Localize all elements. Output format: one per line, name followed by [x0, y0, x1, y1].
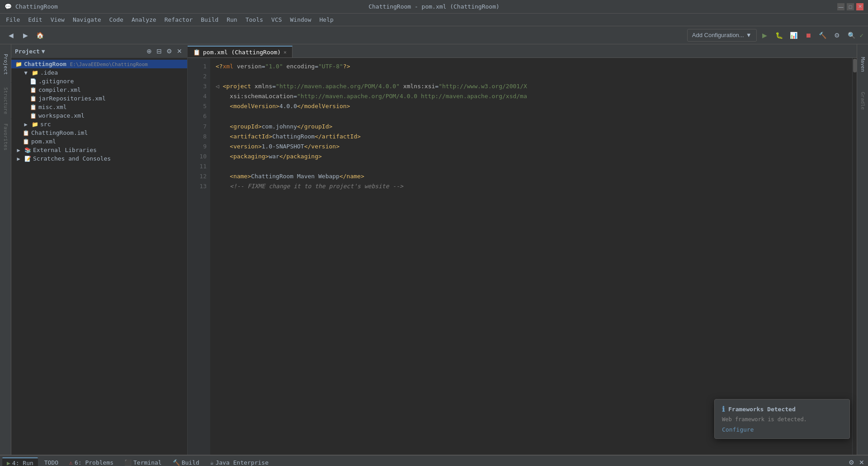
menu-analyze[interactable]: Analyze [128, 15, 160, 24]
notification-header: ℹ Frameworks Detected [722, 405, 842, 414]
editor-area: 📋 pom.xml (ChattingRoom) ✕ 1 2 3 4 5 6 7… [188, 44, 857, 455]
run-tab[interactable]: ▶ 4: Run [2, 457, 38, 466]
tree-external-libs[interactable]: ▶ 📚 External Libraries [11, 146, 187, 154]
jar-repositories-label: jarRepositories.xml [38, 95, 106, 102]
project-tool-button[interactable]: Project [0, 47, 11, 83]
home-button[interactable]: 🏠 [33, 29, 46, 42]
menu-vcs[interactable]: VCS [268, 15, 285, 24]
settings-button[interactable]: ⚙ [831, 29, 844, 42]
build-tab[interactable]: 🔨 Build [168, 457, 204, 466]
debug-button[interactable]: 🐛 [773, 29, 786, 42]
code-line-12: <name>ChattingRoom Maven Webapp</name> [216, 171, 847, 181]
tree-idea-folder[interactable]: ▼ 📁 .idea [11, 68, 187, 77]
left-tools: Project Structure Favorites [0, 44, 11, 455]
tree-compiler-xml[interactable]: 📋 compiler.xml [11, 86, 187, 94]
code-line-5: <modelVersion>4.0.0</modelVersion> [216, 101, 847, 111]
menu-edit[interactable]: Edit [24, 15, 46, 24]
main-layout: Project Structure Favorites Project ▼ ⊕ … [0, 44, 868, 455]
notification-title: Frameworks Detected [728, 406, 796, 413]
close-button[interactable]: ✕ [856, 3, 863, 10]
stop-button[interactable]: ⏹ [802, 29, 815, 42]
add-configuration-button[interactable]: Add Configuration... ▼ [687, 29, 757, 42]
menubar: File Edit View Navigate Code Analyze Ref… [0, 14, 868, 26]
menu-file[interactable]: File [2, 15, 24, 24]
code-editor[interactable]: 1 2 3 4 5 6 7 8 9 10 11 12 13 <?xml vers… [188, 58, 857, 455]
tree-iml[interactable]: 📋 ChattingRoom.iml [11, 128, 187, 137]
titlebar: 💬 ChattingRoom ChattingRoom - pom.xml (C… [0, 0, 868, 14]
menu-refactor[interactable]: Refactor [161, 15, 197, 24]
code-line-10: <packaging>war</packaging> [216, 152, 847, 162]
todo-tab-label: TODO [44, 459, 58, 466]
code-line-9: <version>1.0-SNAPSHOT</version> [216, 142, 847, 152]
folder-icon: 📁 [31, 70, 38, 76]
project-label: Project [15, 48, 40, 55]
tree-gitignore[interactable]: 📄 .gitignore [11, 77, 187, 86]
code-line-7: <groupId>com.johnny</groupId> [216, 122, 847, 132]
tab-icon: 📋 [193, 49, 200, 56]
project-panel-title: Project ▼ [15, 48, 45, 55]
menu-tools[interactable]: Tools [242, 15, 267, 24]
tree-misc-xml[interactable]: 📋 misc.xml [11, 103, 187, 111]
menu-help[interactable]: Help [316, 15, 337, 24]
close-panel-button[interactable]: ✕ [175, 47, 184, 55]
gradle-tool-button[interactable]: Gradle [857, 83, 868, 119]
terminal-icon: ⬛ [124, 459, 132, 466]
tree-jar-repositories[interactable]: 📋 jarRepositories.xml [11, 94, 187, 103]
bottom-panel: ▶ 4: Run TODO ⚠ 6: Problems ⬛ Terminal 🔨… [0, 455, 868, 466]
problems-tab[interactable]: ⚠ 6: Problems [65, 457, 118, 466]
back-button[interactable]: ◀ [5, 29, 17, 42]
configure-link[interactable]: Configure [722, 426, 754, 433]
src-label: src [40, 121, 51, 128]
close-bottom-panel-btn[interactable]: ✕ [858, 458, 866, 466]
info-icon: ℹ [722, 405, 725, 414]
terminal-tab[interactable]: ⬛ Terminal [120, 457, 166, 466]
menu-window[interactable]: Window [287, 15, 315, 24]
libs-collapsed-icon: ▶ [15, 147, 22, 153]
collapse-all-button[interactable]: ⊟ [155, 47, 163, 55]
panel-settings-button[interactable]: ⚙ [165, 47, 174, 55]
libs-icon: 📚 [24, 147, 31, 153]
code-content[interactable]: <?xml version="1.0" encoding="UTF-8"?> ◁… [210, 58, 852, 455]
scrollbar-thumb[interactable] [853, 59, 857, 72]
todo-tab[interactable]: TODO [40, 457, 63, 466]
maximize-button[interactable]: □ [847, 3, 854, 10]
run-button[interactable]: ▶ [759, 29, 771, 42]
idea-folder-label: .idea [40, 69, 58, 76]
root-name: ChattingRoom E:\JavaEEDemo\ChattingRoom [24, 61, 148, 67]
maven-tool-button[interactable]: Maven [857, 47, 868, 83]
gitignore-label: .gitignore [38, 78, 74, 85]
run-tab-icon: ▶ [7, 460, 10, 466]
menu-navigate[interactable]: Navigate [69, 15, 105, 24]
build-button[interactable]: 🔨 [816, 29, 829, 42]
folder-collapsed-icon: ▶ [22, 121, 29, 128]
tree-root[interactable]: 📁 ChattingRoom E:\JavaEEDemo\ChattingRoo… [11, 60, 187, 68]
editor-tab-pom[interactable]: 📋 pom.xml (ChattingRoom) ✕ [188, 46, 292, 57]
search-button[interactable]: 🔍 [845, 29, 858, 42]
locate-file-button[interactable]: ⊕ [145, 47, 153, 55]
forward-button[interactable]: ▶ [19, 29, 32, 42]
src-folder-icon: 📁 [31, 121, 38, 128]
compiler-xml-label: compiler.xml [38, 86, 81, 93]
menu-view[interactable]: View [47, 15, 68, 24]
tree-pom-xml[interactable]: 📋 pom.xml [11, 137, 187, 146]
menu-code[interactable]: Code [106, 15, 127, 24]
file-tree: 📁 ChattingRoom E:\JavaEEDemo\ChattingRoo… [11, 58, 187, 455]
tree-scratches[interactable]: ▶ 📝 Scratches and Consoles [11, 154, 187, 163]
tab-close-button[interactable]: ✕ [283, 49, 287, 55]
tree-workspace-xml[interactable]: 📋 workspace.xml [11, 111, 187, 120]
bottom-tabs-left: ▶ 4: Run TODO ⚠ 6: Problems ⬛ Terminal 🔨… [2, 457, 273, 466]
favorites-tool-button[interactable]: Favorites [0, 119, 11, 155]
add-config-arrow: ▼ [746, 32, 752, 38]
project-dropdown-arrow[interactable]: ▼ [42, 48, 45, 55]
tree-src-folder[interactable]: ▶ 📁 src [11, 120, 187, 128]
misc-xml-label: misc.xml [38, 104, 67, 110]
run-with-coverage[interactable]: 📊 [788, 29, 800, 42]
editor-scrollbar[interactable] [852, 58, 857, 455]
structure-tool-button[interactable]: Structure [0, 83, 11, 119]
panel-settings-btn2[interactable]: ⚙ [847, 458, 856, 466]
minimize-button[interactable]: — [837, 3, 844, 10]
menu-build[interactable]: Build [197, 15, 222, 24]
menu-run[interactable]: Run [223, 15, 241, 24]
java-enterprise-tab[interactable]: ☕ Java Enterprise [206, 457, 273, 466]
problems-icon: ⚠ [69, 459, 73, 466]
